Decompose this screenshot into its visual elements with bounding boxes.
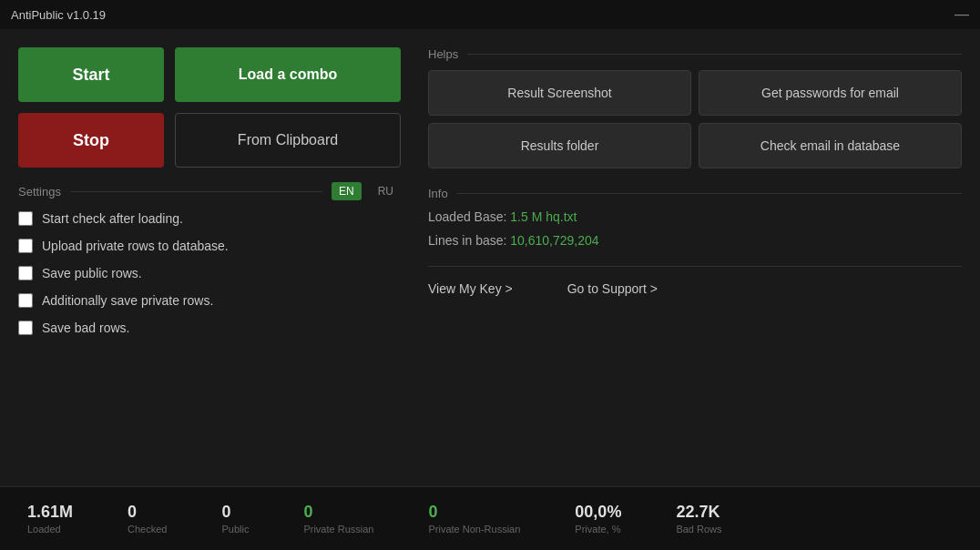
main-content: Start Load a combo Stop From Clipboard S… [0,29,980,486]
helps-grid: Result Screenshot Get passwords for emai… [428,70,962,168]
stat-public-value: 0 [221,503,230,522]
view-my-key-button[interactable]: View My Key > [428,281,513,296]
result-screenshot-button[interactable]: Result Screenshot [428,70,691,116]
check-email-button[interactable]: Check email in database [699,123,962,168]
save-public-rows-label: Save public rows. [42,266,142,280]
stat-checked-label: Checked [128,524,167,535]
stat-private-russian-label: Private Russian [303,524,373,535]
stat-bad-rows: 22.7K Bad Rows [676,503,721,535]
title-bar: AntiPublic v1.0.19 — [0,0,980,29]
links-row: View My Key > Go to Support > [428,281,962,296]
lang-en-button[interactable]: EN [332,182,362,200]
save-bad-rows-checkbox[interactable] [18,321,33,335]
stat-private-russian-value: 0 [303,503,312,522]
save-public-rows-checkbox[interactable] [18,266,33,280]
start-button[interactable]: Start [18,47,164,102]
load-combo-button[interactable]: Load a combo [175,47,401,102]
upload-private-rows-label: Upload private rows to database. [42,239,229,253]
stat-private-percent-value: 00,0% [575,503,621,522]
checkbox-row-3: Save public rows. [18,266,401,280]
settings-label: Settings [18,185,61,199]
settings-divider [70,191,322,192]
get-passwords-button[interactable]: Get passwords for email [699,70,962,116]
stat-public-label: Public [221,524,249,535]
checkboxes-container: Start check after loading. Upload privat… [18,211,401,335]
lines-in-base-value: 10,610,729,204 [510,233,598,248]
stat-public: 0 Public [221,503,249,535]
start-check-after-loading-label: Start check after loading. [42,211,183,226]
stat-bad-rows-value: 22.7K [676,503,720,522]
stat-private-percent-label: Private, % [575,524,620,535]
upload-private-rows-checkbox[interactable] [18,239,33,253]
stat-checked-value: 0 [128,503,137,522]
stat-private-russian: 0 Private Russian [303,503,373,535]
info-divider [428,266,962,267]
lang-ru-button[interactable]: RU [371,182,401,200]
go-to-support-button[interactable]: Go to Support > [567,281,658,296]
loaded-base-row: Loaded Base: 1.5 M hq.txt [428,209,962,224]
from-clipboard-button[interactable]: From Clipboard [175,113,401,168]
lines-in-base-row: Lines in base: 10,610,729,204 [428,233,962,248]
settings-row: Settings EN RU [18,182,401,200]
info-label: Info [428,187,448,200]
bottom-button-row: Stop From Clipboard [18,113,401,168]
checkbox-row-5: Save bad rows. [18,321,401,335]
window-controls: — [954,6,969,23]
save-bad-rows-label: Save bad rows. [42,321,130,335]
results-folder-button[interactable]: Results folder [428,123,691,168]
stat-loaded: 1.61M Loaded [27,503,73,535]
right-panel: Helps Result Screenshot Get passwords fo… [428,47,962,468]
checkbox-row-1: Start check after loading. [18,211,401,226]
stat-private-non-russian: 0 Private Non-Russian [428,503,520,535]
app-title: AntiPublic v1.0.19 [11,8,106,22]
checkbox-row-2: Upload private rows to database. [18,239,401,253]
lines-in-base-label: Lines in base: [428,233,506,248]
loaded-base-label: Loaded Base: [428,209,506,224]
stat-private-non-russian-value: 0 [428,503,437,522]
stat-bad-rows-label: Bad Rows [676,524,721,535]
additionally-save-private-rows-checkbox[interactable] [18,293,33,308]
helps-section-header: Helps [428,47,962,61]
minimize-icon[interactable]: — [954,6,969,23]
stat-private-percent: 00,0% Private, % [575,503,621,535]
stat-loaded-value: 1.61M [27,503,73,522]
additionally-save-private-rows-label: Additionally save private rows. [42,293,213,308]
stat-private-non-russian-label: Private Non-Russian [428,524,520,535]
checkbox-row-4: Additionally save private rows. [18,293,401,308]
loaded-base-value: 1.5 M hq.txt [510,209,577,224]
stat-loaded-label: Loaded [27,524,61,535]
info-section: Loaded Base: 1.5 M hq.txt Lines in base:… [428,209,962,248]
top-button-row: Start Load a combo [18,47,401,102]
helps-label: Helps [428,47,458,61]
stat-checked: 0 Checked [128,503,167,535]
info-section-header: Info [428,187,962,200]
status-bar: 1.61M Loaded 0 Checked 0 Public 0 Privat… [0,486,980,550]
left-panel: Start Load a combo Stop From Clipboard S… [18,47,401,468]
stop-button[interactable]: Stop [18,113,164,168]
start-check-after-loading-checkbox[interactable] [18,211,33,226]
